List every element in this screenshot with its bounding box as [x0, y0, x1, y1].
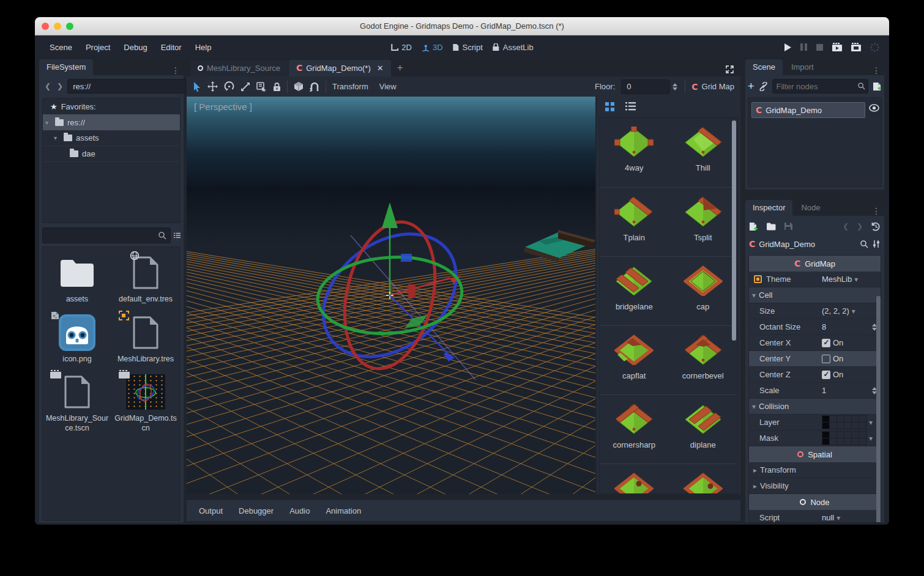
tree-item-res[interactable]: ▾ res:// — [43, 114, 180, 130]
palette-item-bridgelane[interactable]: bridgelane — [600, 257, 669, 325]
scene-node-gridmap-demo[interactable]: C GridMap_Demo — [751, 102, 865, 118]
property-scale[interactable]: Scale 1 — [749, 383, 881, 399]
chevron-down-icon[interactable]: ▾ — [852, 307, 855, 316]
close-window-button[interactable] — [42, 23, 49, 30]
file-item[interactable]: default_env.tres — [111, 253, 180, 305]
viewport-3d[interactable]: [ Perspective ] — [187, 97, 595, 494]
fs-path-input[interactable] — [67, 79, 186, 94]
fold-visibility[interactable]: ▸ Visibility — [749, 478, 881, 494]
property-center-x[interactable]: Center X On — [749, 335, 881, 351]
layer-bit-grid[interactable] — [822, 415, 866, 429]
minimize-window-button[interactable] — [54, 23, 61, 30]
palette-item-tplain[interactable]: Tplain — [600, 188, 669, 256]
file-item[interactable]: icon.png — [43, 313, 111, 364]
palette-scrollbar[interactable] — [732, 120, 736, 341]
menu-project[interactable]: Project — [80, 40, 116, 55]
move-tool-button[interactable] — [207, 81, 218, 92]
list-view-icon[interactable] — [625, 102, 636, 111]
property-size[interactable]: Size (2, 2, 2)▾ — [749, 303, 881, 319]
menu-editor[interactable]: Editor — [155, 40, 188, 55]
switch-script-button[interactable]: Script — [453, 43, 483, 52]
select-tool-button[interactable] — [193, 82, 201, 92]
view-menu[interactable]: View — [379, 82, 397, 91]
zoom-window-button[interactable] — [66, 23, 73, 30]
property-script[interactable]: Script null▾ — [749, 510, 881, 523]
fold-transform[interactable]: ▸ Transform — [749, 462, 881, 478]
distraction-free-button[interactable] — [719, 65, 740, 76]
tree-item-assets[interactable]: ▾ assets — [43, 130, 180, 146]
scene-dock-menu-button[interactable]: ⋮ — [868, 65, 884, 75]
floor-spin-arrows[interactable] — [673, 83, 679, 90]
filter-nodes-input[interactable] — [772, 79, 868, 94]
palette-item-cropped[interactable] — [600, 464, 669, 494]
checkbox-checked-icon[interactable] — [822, 339, 830, 347]
floor-spinbox[interactable]: 0 — [621, 79, 670, 94]
tab-import[interactable]: Import — [784, 59, 821, 75]
group-icon[interactable] — [294, 81, 304, 92]
tab-filesystem[interactable]: FileSystem — [39, 59, 93, 75]
fs-search-input[interactable] — [42, 227, 171, 243]
add-node-button[interactable]: + — [748, 81, 754, 92]
palette-item-cap[interactable]: cap — [669, 257, 738, 325]
thumbnail-view-icon[interactable] — [605, 102, 614, 111]
search-properties-icon[interactable] — [860, 240, 868, 248]
palette-item-capflat[interactable]: capflat — [600, 326, 669, 394]
tab-scene[interactable]: Scene — [745, 59, 783, 75]
audio-button[interactable]: Audio — [283, 504, 316, 518]
file-item[interactable]: GridMap_Demo.tscn — [111, 372, 180, 433]
snap-icon[interactable] — [310, 82, 319, 92]
transform-menu[interactable]: Transform — [332, 82, 368, 91]
save-resource-icon[interactable] — [784, 222, 792, 231]
inspector-menu-button[interactable]: ⋮ — [868, 206, 884, 216]
file-item[interactable]: assets — [43, 253, 111, 305]
menu-scene[interactable]: Scene — [43, 40, 78, 55]
palette-item-4way[interactable]: 4way — [600, 118, 669, 187]
file-list-view-toggle-icon[interactable] — [174, 231, 181, 240]
collapse-icon[interactable]: ▾ — [45, 119, 51, 126]
menu-debug[interactable]: Debug — [117, 40, 153, 55]
stop-button[interactable] — [816, 44, 823, 51]
debugger-button[interactable]: Debugger — [233, 504, 280, 518]
play-custom-scene-button[interactable] — [851, 43, 861, 51]
property-collision-layer[interactable]: Layer ▾ — [749, 415, 881, 430]
switch-3d-button[interactable]: 3D — [422, 43, 443, 52]
palette-item-diplane[interactable]: diplane — [669, 395, 738, 463]
lock-icon[interactable] — [273, 82, 281, 92]
fs-back-button[interactable]: ❮ — [43, 82, 53, 90]
new-resource-icon[interactable] — [749, 222, 758, 231]
file-item[interactable]: MeshLibrary.tres — [111, 313, 180, 364]
mask-bit-grid[interactable] — [822, 431, 866, 445]
instance-scene-icon[interactable] — [759, 82, 768, 91]
chevron-down-icon[interactable]: ▾ — [836, 514, 840, 522]
new-tab-button[interactable]: + — [392, 62, 408, 76]
palette-item-thill[interactable]: Thill — [669, 118, 738, 187]
transform-gizmo[interactable] — [292, 198, 488, 393]
inspector-scrollbar[interactable] — [876, 296, 881, 523]
chevron-down-icon[interactable]: ▾ — [854, 275, 858, 284]
property-theme[interactable]: Theme MeshLib▾ — [749, 271, 881, 287]
section-cell[interactable]: ▾ Cell — [749, 287, 881, 303]
tab-gridmap-demo[interactable]: C GridMap_Demo(*) ✕ — [289, 60, 391, 76]
animation-button[interactable]: Animation — [319, 504, 367, 518]
tree-item-favorites[interactable]: ★ Favorites: — [43, 98, 180, 114]
tab-meshlibrary-source[interactable]: MeshLibrary_Source — [190, 61, 288, 76]
checkbox-checked-icon[interactable] — [822, 371, 830, 379]
history-forward-button[interactable]: ❯ — [857, 222, 863, 231]
palette-item-cornerbevel[interactable]: cornerbevel — [669, 326, 738, 394]
property-center-y[interactable]: Center Y On — [749, 351, 881, 367]
property-octant-size[interactable]: Octant Size 8 — [749, 319, 881, 335]
switch-2d-button[interactable]: 2D — [390, 43, 412, 52]
checkbox-unchecked-icon[interactable] — [822, 355, 830, 363]
chevron-down-icon[interactable]: ▾ — [869, 434, 873, 443]
list-select-tool-button[interactable] — [256, 82, 267, 92]
property-center-z[interactable]: Center Z On — [749, 367, 881, 383]
palette-item-cropped[interactable] — [669, 464, 738, 494]
property-collision-mask[interactable]: Mask ▾ — [749, 430, 881, 446]
menu-help[interactable]: Help — [189, 40, 218, 55]
fs-forward-button[interactable]: ❯ — [55, 82, 65, 90]
tab-inspector[interactable]: Inspector — [745, 200, 792, 216]
section-collision[interactable]: ▾ Collision — [749, 399, 881, 415]
object-history-icon[interactable] — [871, 222, 881, 231]
play-button[interactable] — [784, 43, 791, 51]
tab-node[interactable]: Node — [794, 200, 827, 216]
